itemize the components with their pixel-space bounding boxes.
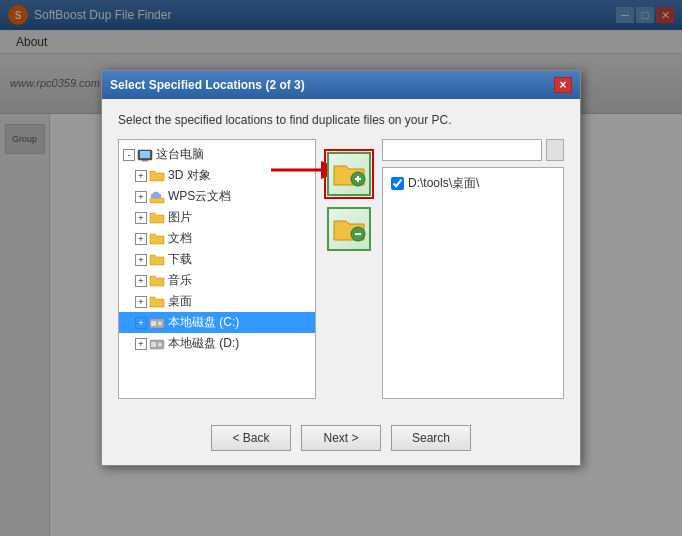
tree-item-drive-d[interactable]: + 本地磁盘 (D:) bbox=[119, 333, 315, 354]
expander-pictures[interactable]: + bbox=[135, 212, 147, 224]
expander-drive-c[interactable]: + bbox=[135, 317, 147, 329]
tree-item-docs[interactable]: + 文档 bbox=[119, 228, 315, 249]
svg-rect-2 bbox=[142, 160, 148, 162]
expander-music[interactable]: + bbox=[135, 275, 147, 287]
expander-3d[interactable]: + bbox=[135, 170, 147, 182]
add-folder-icon bbox=[332, 159, 366, 189]
svg-rect-1 bbox=[140, 151, 150, 158]
remove-folder-icon bbox=[332, 214, 366, 244]
location-list[interactable]: D:\tools\桌面\ bbox=[382, 167, 564, 399]
tree-item-downloads[interactable]: + 下载 bbox=[119, 249, 315, 270]
search-button[interactable]: Search bbox=[391, 425, 471, 451]
location-input[interactable] bbox=[382, 139, 542, 161]
tree-item-drive-c[interactable]: + 本地磁盘 (C:) bbox=[119, 312, 315, 333]
modal-body: Select the specified locations to find d… bbox=[102, 99, 580, 413]
location-item-1[interactable]: D:\tools\桌面\ bbox=[387, 172, 559, 195]
tree-label-drive-d: 本地磁盘 (D:) bbox=[168, 335, 239, 352]
tree-label-3d: 3D 对象 bbox=[168, 167, 211, 184]
browse-button[interactable] bbox=[546, 139, 564, 161]
folder-music-icon bbox=[149, 274, 165, 288]
location-checkbox-1[interactable] bbox=[391, 177, 404, 190]
expander-computer[interactable]: - bbox=[123, 149, 135, 161]
tree-label-pictures: 图片 bbox=[168, 209, 192, 226]
expander-downloads[interactable]: + bbox=[135, 254, 147, 266]
tree-item-pictures[interactable]: + 图片 bbox=[119, 207, 315, 228]
expander-docs[interactable]: + bbox=[135, 233, 147, 245]
folder-tree[interactable]: - 这台电脑 + 3D 对象 bbox=[118, 139, 316, 399]
buttons-panel bbox=[324, 139, 374, 399]
folder-docs-icon bbox=[149, 232, 165, 246]
tree-label-desktop: 桌面 bbox=[168, 293, 192, 310]
svg-point-8 bbox=[158, 342, 162, 346]
tree-label-computer: 这台电脑 bbox=[156, 146, 204, 163]
expander-drive-d[interactable]: + bbox=[135, 338, 147, 350]
tree-item-music[interactable]: + 音乐 bbox=[119, 270, 315, 291]
cloud-folder-icon bbox=[149, 190, 165, 204]
modal-dialog: Select Specified Locations (2 of 3) × Se… bbox=[101, 70, 581, 466]
back-button[interactable]: < Back bbox=[211, 425, 291, 451]
drive-d-icon bbox=[149, 337, 165, 351]
tree-item-desktop[interactable]: + 桌面 bbox=[119, 291, 315, 312]
svg-rect-7 bbox=[151, 342, 156, 347]
add-location-button[interactable] bbox=[327, 152, 371, 196]
modal-content-area: - 这台电脑 + 3D 对象 bbox=[118, 139, 564, 399]
tree-label-downloads: 下载 bbox=[168, 251, 192, 268]
computer-icon bbox=[137, 148, 153, 162]
modal-title: Select Specified Locations (2 of 3) bbox=[110, 78, 554, 92]
right-panel: D:\tools\桌面\ bbox=[382, 139, 564, 399]
tree-item-wps[interactable]: + WPS云文档 bbox=[119, 186, 315, 207]
modal-overlay: Select Specified Locations (2 of 3) × Se… bbox=[0, 0, 682, 536]
remove-location-button[interactable] bbox=[327, 207, 371, 251]
tree-label-music: 音乐 bbox=[168, 272, 192, 289]
tree-label-wps: WPS云文档 bbox=[168, 188, 231, 205]
folder-downloads-icon bbox=[149, 253, 165, 267]
tree-label-drive-c: 本地磁盘 (C:) bbox=[168, 314, 239, 331]
folder-3d-icon bbox=[149, 169, 165, 183]
expander-wps[interactable]: + bbox=[135, 191, 147, 203]
add-folder-button-wrapper bbox=[324, 149, 374, 199]
location-path-1: D:\tools\桌面\ bbox=[408, 175, 479, 192]
modal-close-button[interactable]: × bbox=[554, 77, 572, 93]
modal-titlebar: Select Specified Locations (2 of 3) × bbox=[102, 71, 580, 99]
expander-desktop[interactable]: + bbox=[135, 296, 147, 308]
svg-point-5 bbox=[158, 321, 162, 325]
tree-label-docs: 文档 bbox=[168, 230, 192, 247]
folder-pictures-icon bbox=[149, 211, 165, 225]
tree-item-3d[interactable]: + 3D 对象 bbox=[119, 165, 315, 186]
modal-description: Select the specified locations to find d… bbox=[118, 113, 564, 127]
folder-desktop-icon bbox=[149, 295, 165, 309]
svg-rect-4 bbox=[151, 321, 156, 326]
next-button[interactable]: Next > bbox=[301, 425, 381, 451]
top-input-area bbox=[382, 139, 564, 161]
modal-footer: < Back Next > Search bbox=[102, 413, 580, 465]
tree-item-computer[interactable]: - 这台电脑 bbox=[119, 144, 315, 165]
drive-c-icon bbox=[149, 316, 165, 330]
